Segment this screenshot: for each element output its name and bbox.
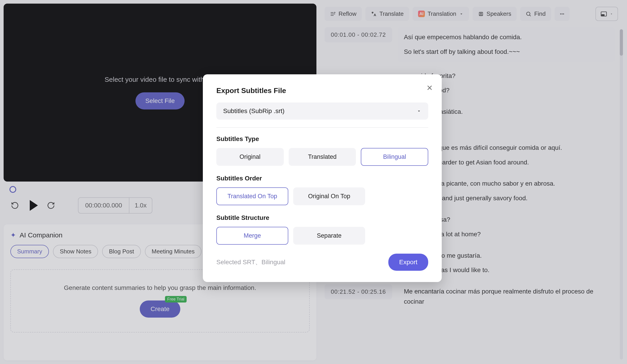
format-dropdown[interactable]: Subtitles (SubRip .srt) <box>216 102 428 120</box>
format-value: Subtitles (SubRip .srt) <box>223 107 284 115</box>
struct-option-separate[interactable]: Separate <box>293 227 365 245</box>
order-segment: Translated On TopOriginal On Top <box>216 187 365 205</box>
divider <box>216 127 428 128</box>
type-option-bilingual[interactable]: Bilingual <box>361 148 428 166</box>
modal-footer: Selected SRT、Bilingual Export <box>216 254 428 271</box>
order-option-translated-on-top[interactable]: Translated On Top <box>216 187 288 205</box>
modal-title: Export Subtitles File <box>216 87 428 95</box>
export-modal: ✕ Export Subtitles File Subtitles (SubRi… <box>203 74 442 282</box>
close-icon[interactable]: ✕ <box>426 83 433 92</box>
struct-label: Subtitle Structure <box>216 214 428 222</box>
type-segment: OriginalTranslatedBilingual <box>216 148 428 166</box>
order-label: Subtitles Order <box>216 175 428 182</box>
type-option-original[interactable]: Original <box>216 148 284 166</box>
struct-option-merge[interactable]: Merge <box>216 227 288 245</box>
type-option-translated[interactable]: Translated <box>289 148 356 166</box>
selection-summary: Selected SRT、Bilingual <box>216 258 285 267</box>
type-label: Subtitles Type <box>216 135 428 142</box>
export-button[interactable]: Export <box>388 254 428 271</box>
order-option-original-on-top[interactable]: Original On Top <box>293 187 365 205</box>
struct-segment: MergeSeparate <box>216 227 365 245</box>
chevron-down-icon <box>417 109 421 114</box>
